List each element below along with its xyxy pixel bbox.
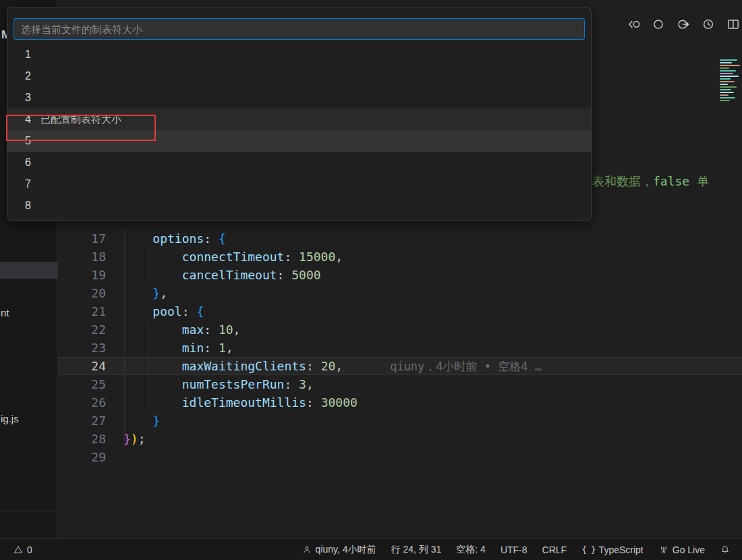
line-number[interactable]: 20: [58, 284, 106, 302]
code-line-text: pool: {: [123, 302, 204, 320]
code-line[interactable]: 22 max: 10,: [58, 320, 742, 339]
split-editor-icon[interactable]: [726, 17, 741, 32]
go-forward-icon[interactable]: [676, 17, 691, 32]
minimap-bar: [720, 78, 731, 80]
problems-status[interactable]: 0: [5, 539, 40, 560]
encoding-status[interactable]: UTF-8: [493, 539, 535, 560]
code-fragment: 表和数据，false 单: [592, 173, 742, 190]
warning-icon: [13, 544, 24, 555]
quick-pick-item[interactable]: 4已配置制表符大小: [7, 109, 591, 130]
minimap-bar: [720, 65, 740, 66]
quick-pick-item[interactable]: 8: [7, 195, 591, 217]
line-number[interactable]: 29: [58, 448, 106, 466]
minimap-bar: [720, 76, 739, 77]
editor-toolbar: [626, 17, 741, 32]
code-line-text: }: [123, 412, 160, 430]
minimap-bar: [720, 92, 734, 93]
blame-text: qiuny, 4小时前: [316, 544, 376, 556]
braces-icon: { }: [581, 544, 595, 555]
minimap-bar: [720, 67, 729, 69]
sidebar-file-item[interactable]: nt: [1, 307, 9, 318]
code-line[interactable]: 24 maxWaitingClients: 20,qiuny，4小时前 • 空格…: [58, 357, 742, 375]
minimap-bar: [720, 100, 730, 101]
code-line-text: idleTimeoutMillis: 30000: [123, 393, 358, 412]
code-line[interactable]: 19 cancelTimeout: 5000: [58, 266, 742, 284]
minimap-bar: [720, 59, 737, 61]
code-line-text: maxWaitingClients: 20,qiuny，4小时前 • 空格4 …: [123, 357, 542, 375]
quick-pick-item-label: 2: [25, 70, 31, 82]
code-line[interactable]: 28});: [58, 430, 742, 448]
inline-blame: qiuny，4小时前 • 空格4 …: [390, 360, 542, 373]
quick-pick-item-label: 7: [25, 178, 31, 190]
notifications-button[interactable]: [712, 539, 738, 560]
line-number[interactable]: 23: [58, 339, 106, 357]
code-line[interactable]: 27 }: [58, 412, 742, 430]
minimap-bar: [720, 81, 735, 82]
quick-pick-item[interactable]: 7: [7, 173, 591, 195]
code-line[interactable]: 29: [58, 448, 742, 466]
line-number[interactable]: 26: [58, 393, 106, 412]
minimap-bar: [720, 94, 729, 96]
code-line[interactable]: 25 numTestsPerRun: 3,: [58, 375, 742, 393]
code-line-text: connectTimeout: 15000,: [123, 248, 343, 266]
line-number[interactable]: 19: [58, 266, 106, 284]
indentation-status[interactable]: 空格: 4: [449, 539, 493, 560]
record-icon[interactable]: [651, 17, 666, 32]
status-bar: 0 qiuny, 4小时前 行 24, 列 31 空格: 4 UTF-8 CRL…: [0, 538, 742, 560]
quick-pick-item[interactable]: 5: [7, 130, 591, 152]
quick-pick-item-label: 1: [25, 49, 31, 61]
code-line[interactable]: 18 connectTimeout: 15000,: [58, 248, 742, 266]
line-number[interactable]: 22: [58, 320, 106, 339]
quick-pick-item[interactable]: 3: [7, 87, 591, 109]
line-number[interactable]: 25: [58, 375, 106, 393]
minimap-bar: [720, 84, 728, 85]
minimap-bar: [720, 89, 731, 90]
author-icon: [302, 544, 312, 555]
minimap-bar: [720, 86, 737, 88]
blame-status[interactable]: qiuny, 4小时前: [294, 539, 384, 560]
vscode-window: M nt ig.js 表和数据，false 单 17 options: {18 …: [0, 0, 742, 560]
quick-pick-item[interactable]: 1: [7, 44, 591, 65]
broadcast-icon: [658, 544, 669, 555]
line-number[interactable]: 24: [58, 357, 106, 375]
quick-pick-item-label: 8: [25, 200, 31, 212]
bell-icon: [720, 544, 731, 555]
code-line-text: numTestsPerRun: 3,: [123, 375, 314, 393]
code-line[interactable]: 23 min: 1,: [58, 339, 742, 357]
go-live-button[interactable]: Go Live: [651, 539, 712, 560]
warnings-count: 0: [27, 544, 32, 555]
history-icon[interactable]: [701, 17, 716, 32]
quick-pick-item-label: 4: [25, 113, 31, 125]
code-line[interactable]: 21 pool: {: [58, 302, 742, 320]
quick-pick-item[interactable]: 2: [7, 65, 591, 87]
quick-pick-list: 1234已配置制表符大小5678: [7, 44, 591, 217]
line-number[interactable]: 18: [58, 248, 106, 266]
code-line-text: max: 10,: [123, 320, 240, 339]
quick-pick-input[interactable]: [20, 23, 579, 36]
minimap-bar: [720, 73, 733, 74]
line-number[interactable]: 28: [58, 430, 106, 448]
sidebar-file-item[interactable]: ig.js: [1, 413, 19, 424]
sidebar-selected-row[interactable]: [0, 262, 57, 279]
minimap[interactable]: [717, 58, 742, 105]
cursor-position[interactable]: 行 24, 列 31: [384, 539, 449, 560]
code-line[interactable]: 26 idleTimeoutMillis: 30000: [58, 393, 742, 412]
open-changes-icon[interactable]: [626, 17, 641, 32]
line-number[interactable]: 21: [58, 302, 106, 320]
quick-pick-item-label: 5: [25, 135, 31, 147]
line-number[interactable]: 17: [58, 229, 106, 248]
code-line[interactable]: 17 options: {: [58, 229, 742, 248]
code-line[interactable]: 20 },: [58, 284, 742, 302]
eol-status[interactable]: CRLF: [535, 539, 575, 560]
quick-pick-item[interactable]: 6: [7, 152, 591, 173]
quick-pick-item-label: 6: [25, 157, 31, 169]
code-line-text: });: [123, 430, 146, 448]
line-number[interactable]: 27: [58, 412, 106, 430]
code-line-text: },: [123, 284, 167, 302]
language-status[interactable]: { } TypeScript: [574, 539, 651, 560]
sidebar-divider: [0, 511, 57, 511]
minimap-bar: [720, 62, 732, 63]
minimap-bar: [720, 97, 735, 99]
quick-pick-item-description: 已配置制表符大小: [40, 113, 121, 126]
minimap-bar: [720, 70, 736, 72]
